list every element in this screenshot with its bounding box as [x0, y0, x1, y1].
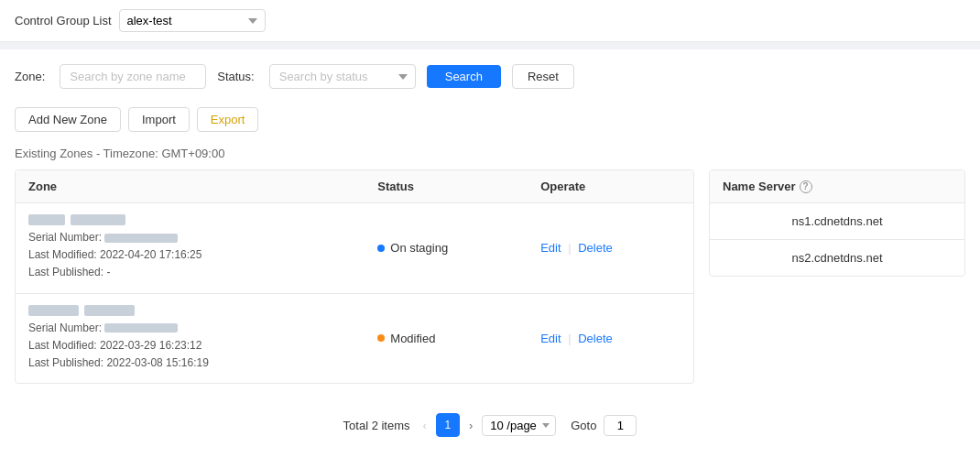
delete-link-1[interactable]: Delete	[578, 241, 613, 255]
zone-search-input[interactable]	[60, 64, 206, 89]
status-display-1: On staging	[377, 241, 515, 255]
last-published-2: Last Published: 2022-03-08 15:16:19	[28, 354, 352, 372]
export-button[interactable]: Export	[197, 107, 259, 132]
zone-name-blur-1	[28, 214, 65, 225]
zone-table-wrapper: Zone Status Operate	[15, 169, 694, 384]
help-icon[interactable]: ?	[800, 180, 812, 193]
zone-cell-1: Serial Number: Last Modified: 2022-04-20…	[16, 203, 365, 294]
col-operate: Operate	[528, 170, 693, 203]
col-status: Status	[365, 170, 528, 203]
last-published-1: Last Published: -	[28, 264, 352, 281]
action-bar: Add New Zone Import Export	[0, 100, 980, 143]
zone-name-blur-2	[71, 214, 125, 225]
zone-name-blur-3	[28, 305, 79, 316]
zone-name-block-1	[28, 214, 352, 225]
zone-cell-2: Serial Number: Last Modified: 2022-03-29…	[16, 293, 365, 383]
status-dot-orange	[377, 334, 385, 342]
pagination: Total 2 items ‹ 1 › 10 /page 20 /page 50…	[0, 398, 980, 452]
divider	[0, 42, 980, 49]
ns-header: Name Server ?	[710, 170, 964, 203]
zone-info-1: Serial Number: Last Modified: 2022-04-20…	[28, 214, 352, 282]
ns-row-2: ns2.cdnetdns.net	[710, 240, 964, 276]
zone-meta-1: Serial Number: Last Modified: 2022-04-20…	[28, 229, 352, 282]
top-bar: Control Group List alex-test	[0, 0, 980, 42]
operate-cell-1: Edit | Delete	[528, 203, 693, 294]
col-zone: Zone	[16, 170, 365, 203]
zone-label: Zone:	[15, 70, 45, 83]
delete-link-2[interactable]: Delete	[578, 332, 613, 345]
zone-name-blur-4	[84, 305, 135, 316]
status-select[interactable]: Search by status On staging Modified Pub…	[269, 64, 416, 89]
last-modified-2: Last Modified: 2022-03-29 16:23:12	[28, 337, 352, 354]
serial-number-2: Serial Number:	[28, 320, 352, 337]
pagination-total: Total 2 items	[343, 419, 410, 432]
import-button[interactable]: Import	[128, 107, 190, 132]
zone-meta-2: Serial Number: Last Modified: 2022-03-29…	[28, 320, 352, 373]
serial-number-1: Serial Number:	[28, 229, 352, 246]
prev-page-button[interactable]: ‹	[421, 419, 429, 432]
search-bar: Zone: Status: Search by status On stagin…	[0, 49, 980, 100]
ns-row-1: ns1.cdnetdns.net	[710, 203, 964, 240]
last-modified-1: Last Modified: 2022-04-20 17:16:25	[28, 246, 352, 264]
control-group-label: Control Group List	[15, 14, 112, 27]
serial-blur-1	[104, 234, 178, 243]
status-label: Status:	[217, 70, 254, 83]
operate-cell-2: Edit | Delete	[528, 293, 693, 383]
reset-button[interactable]: Reset	[512, 64, 574, 89]
goto-input[interactable]	[604, 415, 637, 436]
status-cell-1: On staging	[365, 203, 528, 294]
status-display-2: Modified	[377, 332, 515, 345]
serial-blur-2	[104, 323, 178, 333]
sep-1: |	[568, 241, 571, 255]
edit-link-1[interactable]: Edit	[540, 241, 561, 255]
table-row: Serial Number: Last Modified: 2022-04-20…	[16, 203, 693, 294]
edit-link-2[interactable]: Edit	[540, 332, 561, 345]
name-server-panel: Name Server ? ns1.cdnetdns.net ns2.cdnet…	[709, 169, 965, 277]
control-group-select[interactable]: alex-test	[119, 9, 266, 32]
next-page-button[interactable]: ›	[467, 419, 474, 432]
add-new-zone-button[interactable]: Add New Zone	[15, 107, 121, 132]
existing-zones-label: Existing Zones - Timezone: GMT+09:00	[0, 143, 980, 169]
status-cell-2: Modified	[365, 293, 528, 383]
per-page-select[interactable]: 10 /page 20 /page 50 /page	[482, 415, 556, 436]
sep-2: |	[568, 332, 571, 345]
zone-info-2: Serial Number: Last Modified: 2022-03-29…	[28, 305, 352, 373]
status-dot-blue	[377, 245, 385, 252]
main-content: Zone Status Operate	[0, 169, 980, 398]
zone-table: Zone Status Operate	[16, 170, 693, 383]
page-1-button[interactable]: 1	[436, 413, 460, 437]
table-row: Serial Number: Last Modified: 2022-03-29…	[16, 293, 693, 383]
zone-name-block-2	[28, 305, 352, 316]
goto-label: Goto	[571, 419, 596, 432]
search-button[interactable]: Search	[427, 65, 501, 88]
